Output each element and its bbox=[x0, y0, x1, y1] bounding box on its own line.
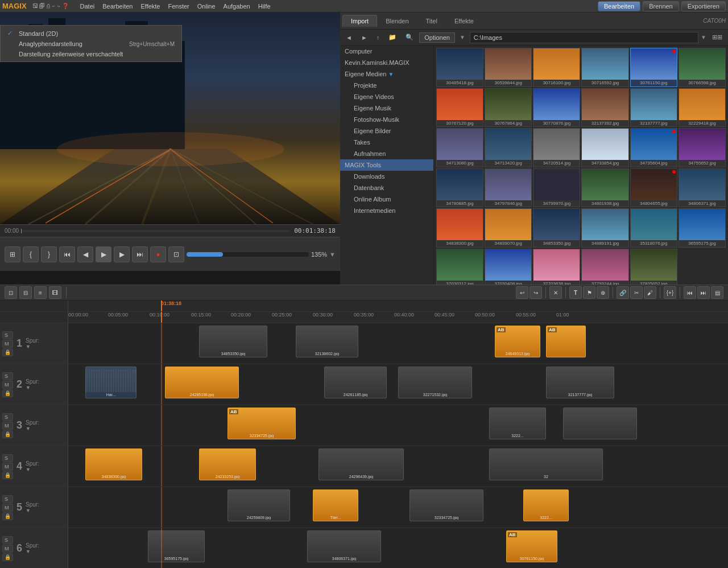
file-thumb-15[interactable]: 34733854.jpg bbox=[581, 128, 628, 167]
dropdown-interlaced[interactable]: Darstellung zeilenweise verschachtelt bbox=[1, 49, 181, 59]
sidebar-item-1[interactable]: Kevin.Kaminski.MAGIX bbox=[340, 57, 433, 68]
grid-view-button[interactable]: ⊞⊞ bbox=[709, 32, 726, 42]
tab-import[interactable]: Import bbox=[342, 15, 377, 27]
options-dropdown[interactable]: Optionen bbox=[419, 32, 455, 43]
file-thumb-10[interactable]: 32137777.jpg bbox=[630, 88, 677, 127]
sidebar-item-9[interactable]: Aufnahmen bbox=[340, 148, 433, 159]
file-thumb-33[interactable]: 37793244.jpg bbox=[581, 249, 628, 285]
sidebar-item-13[interactable]: Online Album bbox=[340, 194, 433, 205]
file-thumb-24[interactable]: 34838300.jpg bbox=[436, 208, 483, 248]
file-thumb-9[interactable]: 32137392.jpg bbox=[581, 88, 628, 127]
chapter-btn[interactable]: ⊕ bbox=[597, 286, 609, 299]
clip-2-1[interactable]: 24285198.jpg bbox=[165, 367, 239, 398]
clip-1-1[interactable]: 34853350.jpg bbox=[199, 326, 267, 357]
file-thumb-14[interactable]: 34720514.jpg bbox=[533, 128, 580, 167]
clip-3-1[interactable]: AB 32334725.jpg bbox=[228, 408, 296, 439]
mixer-btn[interactable]: ▤ bbox=[711, 286, 723, 299]
brush-btn[interactable]: 🖌 bbox=[644, 286, 656, 299]
clip-2-4[interactable]: 32137777.jpg bbox=[546, 367, 614, 398]
file-thumb-26[interactable]: 34853350.jpg bbox=[533, 208, 580, 248]
snapshot-btn[interactable]: ⊡ bbox=[168, 246, 184, 262]
tab-titel[interactable]: Titel bbox=[417, 15, 446, 27]
menu-effekte[interactable]: Effekte bbox=[137, 2, 163, 11]
tab-blenden[interactable]: Blenden bbox=[377, 15, 417, 27]
track-expand-4[interactable]: ▼ bbox=[26, 467, 39, 472]
file-thumb-17[interactable]: 34755652.jpg bbox=[679, 128, 726, 167]
delete-btn[interactable]: ✕ bbox=[549, 286, 562, 299]
file-thumb-21[interactable]: 34801938.jpg bbox=[581, 168, 628, 208]
link-btn[interactable]: 🔗 bbox=[617, 286, 629, 299]
clip-6-1[interactable]: 36595175.jpg bbox=[148, 530, 205, 562]
track-content-3[interactable]: AB 32334725.jpg 3222... bbox=[68, 405, 728, 446]
solo-btn-1[interactable]: S bbox=[2, 331, 13, 339]
clip-4-2[interactable]: 24233253.jpg bbox=[199, 448, 256, 480]
zoom-dropdown[interactable]: ▼ bbox=[329, 251, 336, 258]
next-scene-btn[interactable]: ⏭ bbox=[132, 246, 148, 262]
redo-btn[interactable]: ↪ bbox=[530, 286, 542, 299]
clip-6-2[interactable]: 34806371.jpg bbox=[307, 530, 381, 562]
clip-1-4[interactable]: AB bbox=[546, 326, 586, 357]
mute-btn-5[interactable]: M bbox=[2, 504, 13, 512]
search-button[interactable]: 🔍 bbox=[402, 32, 417, 42]
sidebar-item-3[interactable]: Projekte bbox=[340, 80, 433, 91]
track-content-2[interactable]: Har... 24285198.jpg 24261185.jpg 3227153… bbox=[68, 364, 728, 405]
monitor-btn[interactable]: ⊞ bbox=[5, 246, 20, 262]
track-content-5[interactable]: 24259809.jpg Titel... 32334725.jpg 3222.… bbox=[68, 487, 728, 528]
mute-btn-2[interactable]: M bbox=[2, 381, 13, 389]
exportieren-button[interactable]: Exportieren bbox=[681, 1, 726, 11]
effect-btn[interactable]: {+} bbox=[664, 286, 676, 299]
path-bar[interactable]: C:\Images bbox=[470, 32, 698, 43]
menu-online[interactable]: Online bbox=[194, 2, 219, 11]
sidebar-item-0[interactable]: Computer bbox=[340, 46, 433, 57]
undo-btn[interactable]: ↩ bbox=[516, 286, 528, 299]
bearbeiten-button[interactable]: Bearbeiten bbox=[598, 1, 640, 11]
track-expand-5[interactable]: ▼ bbox=[26, 508, 39, 513]
timeline-btn[interactable]: ≡ bbox=[34, 286, 47, 299]
file-thumb-6[interactable]: 30767120.jpg bbox=[436, 88, 483, 127]
track-content-1[interactable]: 34853350.jpg 32138602.jpg AB 24649313.jp… bbox=[68, 323, 728, 364]
mute-btn-4[interactable]: M bbox=[2, 463, 13, 471]
mute-btn-6[interactable]: M bbox=[2, 545, 13, 553]
clip-5-4[interactable]: 3222... bbox=[523, 489, 569, 521]
back-button[interactable]: ◄ bbox=[342, 33, 355, 42]
next-frame-btn[interactable]: ▶ bbox=[114, 246, 130, 262]
sidebar-item-7[interactable]: Eigene Bilder bbox=[340, 125, 433, 137]
dropdown-anaglyph[interactable]: Anaglyphendarstellung Strg+Umschalt+M bbox=[1, 39, 181, 49]
mute-btn-1[interactable]: M bbox=[2, 340, 13, 348]
in-point-btn[interactable]: { bbox=[23, 246, 39, 262]
sidebar-item-5[interactable]: Eigene Musik bbox=[340, 102, 433, 114]
file-thumb-12[interactable]: 34713080.jpg bbox=[436, 128, 483, 167]
lock-btn-4[interactable]: 🔒 bbox=[2, 471, 13, 479]
up-button[interactable]: ↑ bbox=[373, 33, 383, 42]
file-thumb-31[interactable]: 37030408.jpg bbox=[485, 249, 532, 285]
clip-5-1[interactable]: 24259809.jpg bbox=[228, 489, 290, 521]
file-thumb-13[interactable]: 34713420.jpg bbox=[485, 128, 532, 167]
prev-track-btn[interactable]: ⏮ bbox=[684, 286, 696, 299]
track-expand-1[interactable]: ▼ bbox=[26, 344, 39, 349]
forward-button[interactable]: ► bbox=[358, 33, 371, 42]
brennen-button[interactable]: Brennen bbox=[643, 1, 679, 11]
file-thumb-28[interactable]: 35318076.jpg bbox=[630, 208, 677, 248]
file-thumb-34[interactable]: 37835052.jpg bbox=[630, 249, 677, 285]
next-track-btn[interactable]: ⏭ bbox=[697, 286, 710, 299]
ruler-track[interactable]: 01:38:18 bbox=[68, 301, 728, 311]
snap-btn[interactable]: ⊡ bbox=[5, 286, 17, 299]
solo-btn-6[interactable]: S bbox=[2, 536, 13, 544]
sidebar-item-2[interactable]: Eigene Medien ▼ bbox=[340, 68, 433, 80]
lock-btn-1[interactable]: 🔒 bbox=[2, 348, 13, 356]
file-thumb-16[interactable]: 34735604.jpg bbox=[630, 128, 677, 167]
menu-datei[interactable]: Datei bbox=[77, 2, 98, 11]
file-thumb-25[interactable]: 34839070.jpg bbox=[485, 208, 532, 248]
tab-effekte[interactable]: Effekte bbox=[446, 15, 482, 27]
clip-1-2[interactable]: 32138602.jpg bbox=[296, 326, 358, 357]
lock-btn-6[interactable]: 🔒 bbox=[2, 553, 13, 561]
playback-progress[interactable] bbox=[187, 252, 309, 257]
file-thumb-11[interactable]: 32229418.jpg bbox=[679, 88, 726, 127]
play-btn[interactable]: ▶ bbox=[96, 246, 111, 262]
menu-bearbeiten[interactable]: Bearbeiten bbox=[99, 2, 136, 11]
sidebar-item-4[interactable]: Eigene Videos bbox=[340, 91, 433, 102]
dropdown-standard[interactable]: ✓ Standard (2D) bbox=[1, 28, 181, 39]
clip-2-3[interactable]: 32271532.jpg bbox=[398, 367, 472, 398]
sidebar-item-14[interactable]: Internetmedien bbox=[340, 205, 433, 216]
solo-btn-2[interactable]: S bbox=[2, 372, 13, 380]
